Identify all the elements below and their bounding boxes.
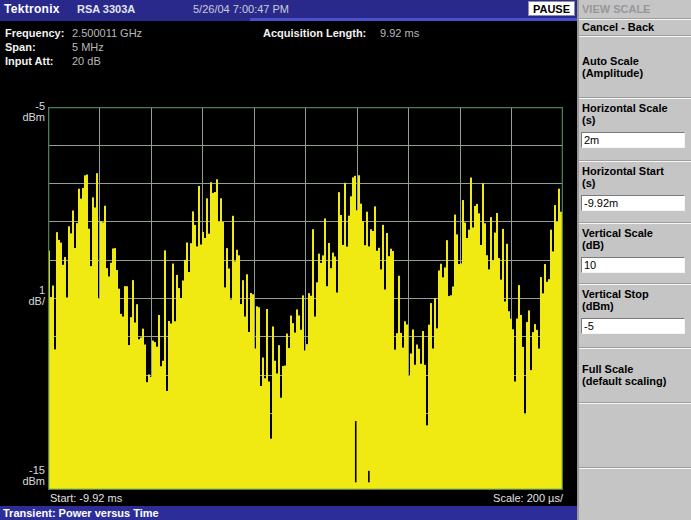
menu-item-auto-scale[interactable]: Auto Scale (Amplitude) (579, 35, 691, 97)
acquisition-length-value: 9.92 ms (380, 27, 419, 39)
menu-item-vertical-stop[interactable]: Vertical Stop (dBm) (579, 283, 691, 347)
frequency-label: Frequency: (5, 27, 64, 39)
frequency-value: 2.500011 GHz (72, 27, 142, 39)
horizontal-scale-input[interactable] (581, 132, 685, 148)
horizontal-scale-label: Horizontal Scale (s) (579, 98, 691, 126)
datetime-readout: 5/26/04 7:00:47 PM (193, 3, 289, 15)
span-value: 5 MHz (72, 41, 104, 53)
plot-region: -5 dBm 1 dB/ -15 dBm Start: -9.92 ms Sca… (0, 73, 577, 506)
settings-readout: Frequency: 2.500011 GHz Span: 5 MHz Inpu… (0, 21, 577, 73)
auto-scale-label: Auto Scale (Amplitude) (579, 55, 645, 79)
menu-item-horizontal-start[interactable]: Horizontal Start (s) (579, 160, 691, 222)
input-att-label: Input Att: (5, 55, 53, 67)
horizontal-start-label: Horizontal Start (s) (579, 161, 691, 189)
full-scale-label: Full Scale (default scaling) (579, 363, 668, 387)
display-area: Tektronix RSA 3303A 5/26/04 7:00:47 PM P… (0, 0, 577, 520)
vertical-scale-input[interactable] (581, 257, 685, 273)
view-title: Transient: Power versus Time (3, 507, 159, 519)
vertical-scale-label: Vertical Scale (dB) (579, 223, 691, 251)
model-number: RSA 3303A (77, 3, 135, 15)
top-status-bar: Tektronix RSA 3303A 5/26/04 7:00:47 PM P… (0, 0, 577, 18)
x-axis-start-label: Start: -9.92 ms (50, 492, 122, 504)
brand-logo: Tektronix (4, 2, 60, 16)
input-att-value: 20 dB (72, 55, 101, 67)
horizontal-start-input[interactable] (581, 195, 685, 211)
span-label: Span: (5, 41, 36, 53)
menu-item-empty-1 (579, 402, 691, 467)
menu-items: Cancel - BackAuto Scale (Amplitude)Horiz… (579, 18, 691, 520)
side-menu: VIEW SCALE Cancel - BackAuto Scale (Ampl… (577, 0, 691, 520)
bottom-status-bar: Transient: Power versus Time (0, 506, 577, 520)
menu-item-cancel-back[interactable]: Cancel - Back (579, 18, 691, 35)
y-axis-scale-label: 1 dB/ (0, 285, 45, 307)
menu-item-full-scale[interactable]: Full Scale (default scaling) (579, 347, 691, 402)
menu-title: VIEW SCALE (579, 0, 691, 18)
menu-item-empty-2 (579, 467, 691, 520)
y-axis-top-label: -5 dBm (0, 101, 45, 123)
acquisition-length-label: Acquisition Length: (263, 27, 366, 39)
pause-indicator[interactable]: PAUSE (528, 1, 575, 16)
menu-item-horizontal-scale[interactable]: Horizontal Scale (s) (579, 97, 691, 160)
instrument-screen: Tektronix RSA 3303A 5/26/04 7:00:47 PM P… (0, 0, 691, 520)
menu-item-vertical-scale[interactable]: Vertical Scale (dB) (579, 222, 691, 283)
x-axis-scale-label: Scale: 200 µs/ (350, 492, 563, 504)
cancel-back-label: Cancel - Back (579, 21, 656, 33)
vertical-stop-label: Vertical Stop (dBm) (579, 284, 691, 312)
vertical-stop-input[interactable] (581, 318, 685, 334)
y-axis-bottom-label: -15 dBm (0, 465, 45, 487)
power-vs-time-plot (48, 107, 563, 490)
